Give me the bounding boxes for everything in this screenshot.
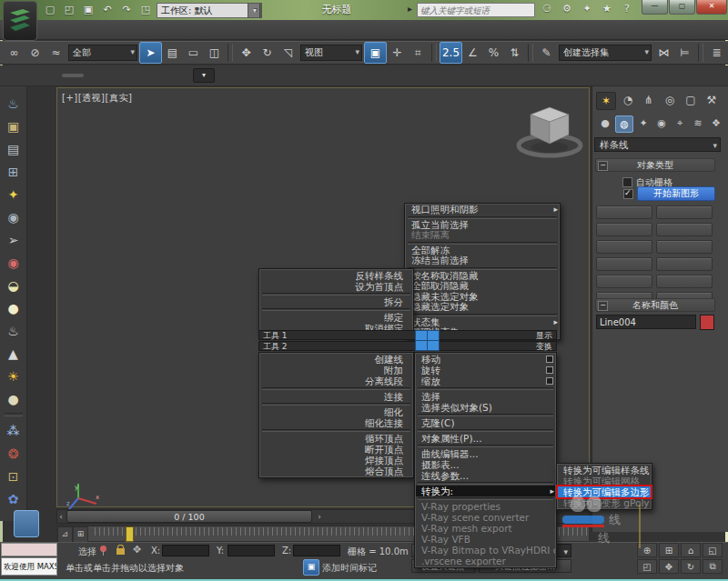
ribbon-tab[interactable] [27,74,49,77]
quad-menu-item[interactable]: 视口照明和阴影 [406,205,559,215]
molecule-icon[interactable]: ❂ [3,442,25,465]
quad-menu-item[interactable]: 断开顶点 [260,444,412,455]
use-pivot-point-center-icon[interactable]: ▣ [364,42,387,64]
shape-button[interactable] [656,257,713,271]
orbit-icon[interactable]: ↻ [681,559,701,574]
quad-menu-item[interactable]: 焊接顶点 [260,455,412,466]
quad-menu-item[interactable]: 转换为可变形 gPoly [558,497,651,508]
quad-menu-item[interactable]: 转换为: [416,486,555,496]
open-file-icon[interactable]: ◰ [61,3,77,16]
shape-category-dropdown[interactable]: 样条线 [594,137,721,152]
quad-menu-item[interactable]: 绑定 [260,312,412,323]
quad-menu-item[interactable]: 按名称取消隐藏 [406,271,559,282]
modify-tab-icon[interactable]: ◔ [619,92,637,108]
start-new-shape-button[interactable]: 开始新图形 [637,186,715,201]
hierarchy-tab-icon[interactable]: ⋔ [640,92,658,108]
quad-menu-item[interactable]: 熔合顶点 [260,466,412,476]
render-elements-icon[interactable]: ⊞ [3,160,25,183]
undo-icon[interactable]: ↶ [99,3,116,16]
systems-icon[interactable]: ❖ [708,115,724,131]
project-fetch-icon[interactable]: ◳ [137,3,154,16]
redo-icon[interactable]: ↷ [118,3,135,16]
maximize-viewport-icon[interactable]: ⧉ [703,559,723,574]
quad-menu-item[interactable]: 反转样条线 [260,270,412,281]
quad-menu-item[interactable]: 结束隔离 [406,230,559,241]
absolute-mode-icon[interactable]: ✥ [133,544,141,556]
help-icon[interactable]: ? [619,2,635,15]
selection-filter-dropdown[interactable]: 全部 [68,45,137,61]
physical-camera-icon[interactable]: ◉ [3,251,25,274]
window-crossing-icon[interactable]: ◫ [204,43,225,63]
edit-named-selection-sets-icon[interactable]: ✎ [536,43,557,63]
object-type-rollout[interactable]: − 对象类型 [595,158,715,172]
maxscript-mini-listener[interactable] [1,543,57,556]
shape-button[interactable] [656,240,713,254]
geosphere-icon[interactable]: ✿ [3,487,25,510]
quad-menu-item[interactable]: 连接 [260,391,412,402]
teapot-wire-icon[interactable]: ♨ [3,319,25,342]
maximize-button[interactable]: ▢ [669,0,695,15]
quad-menu-item[interactable]: 转换为可编辑多边形 [558,486,651,497]
subscription-wrench-icon[interactable]: ⚙ [559,2,575,15]
object-name-input[interactable] [597,316,701,328]
selection-lock-icon[interactable] [116,548,125,555]
quad-menu-item[interactable]: .vrscene exporter [416,556,555,566]
quad-menu-item[interactable]: 克隆(C) [416,417,555,428]
particle-array-icon[interactable]: ⁂ [3,419,25,442]
quad-menu-item[interactable]: V-Ray Bitmap to VRayHDRI converter [416,545,555,556]
search-binoculars-icon[interactable]: ⚆ [539,2,555,15]
utilities-tab-icon[interactable]: ⚒ [703,92,721,108]
ribbon-tab[interactable] [96,74,118,77]
select-and-link-icon[interactable]: ∞ [4,43,25,63]
z-coordinate-field[interactable] [293,545,340,556]
camera-icon[interactable]: ◉ [3,205,25,228]
rollout-collapse-icon[interactable]: − [598,161,608,171]
object-color-swatch[interactable] [700,315,714,330]
quad-menu-item[interactable]: 拆分 [260,296,412,307]
ribbon-collapse-icon[interactable]: ▾ [193,68,215,83]
select-by-name-icon[interactable]: ▤ [162,43,183,63]
quad-menu-item[interactable]: 全部解冻 [406,245,559,256]
ribbon-tab[interactable] [131,74,153,77]
rollout-collapse-icon[interactable]: − [598,301,608,311]
shape-button[interactable] [596,223,652,236]
lights-icon[interactable]: ✦ [635,115,652,131]
cone-icon[interactable]: ▲ [3,342,25,365]
pan-icon[interactable]: ✥ [659,559,679,574]
viewcube[interactable] [508,95,590,170]
frame-back-arrow[interactable]: ‹ [56,510,66,523]
quad-menu-item[interactable]: 设为首顶点 [260,281,412,292]
select-and-manipulate-icon[interactable]: ✛ [387,43,408,63]
create-tab-icon[interactable]: ✶ [596,92,616,110]
viewport-label[interactable]: [+][透视][真实] [62,92,132,105]
workspace-dropdown[interactable]: 工作区: 默认 [157,3,260,18]
shape-button[interactable] [596,275,652,288]
motion-tab-icon[interactable]: ◎ [661,92,679,108]
current-frame-marker[interactable] [126,526,134,542]
shapes-icon[interactable]: ◍ [615,115,633,133]
dome-light-icon[interactable]: ◒ [3,274,25,296]
quad-menu-item[interactable]: 转换为可编辑样条线 [558,465,651,476]
keyboard-shortcut-override-icon[interactable]: ⌗ [408,43,429,63]
minimize-button[interactable]: — [642,0,668,15]
zoom-region-icon[interactable]: ◰ [637,559,657,574]
geometry-icon[interactable]: ● [597,115,613,131]
zoom-extents-icon[interactable]: ⌂ [681,543,701,557]
quad-menu-item[interactable]: 全部取消隐藏 [406,281,559,292]
new-file-icon[interactable]: ▢ [42,3,58,16]
search-input[interactable] [418,4,540,16]
close-button[interactable]: ✕ [696,0,727,15]
shape-button[interactable] [596,240,652,254]
shape-button[interactable] [596,257,652,271]
quad-menu-item[interactable]: 分离线段 [260,376,412,386]
quad-menu-item[interactable]: 状态集 [406,317,559,328]
zoom-all-icon[interactable]: ⊞ [659,543,679,557]
quad-menu-item[interactable]: V-Ray properties [416,501,555,512]
render-teapot-icon[interactable]: ♨ [3,92,25,115]
mirror-icon[interactable]: ⋈ [653,43,674,63]
quad-center-square[interactable] [415,340,428,351]
app-menu-button[interactable] [3,1,37,41]
quad-menu-item[interactable]: 曲线编辑器... [416,448,555,459]
moon-sphere-icon[interactable]: ● [3,387,25,410]
spotlight-icon[interactable]: ➢ [3,228,25,251]
